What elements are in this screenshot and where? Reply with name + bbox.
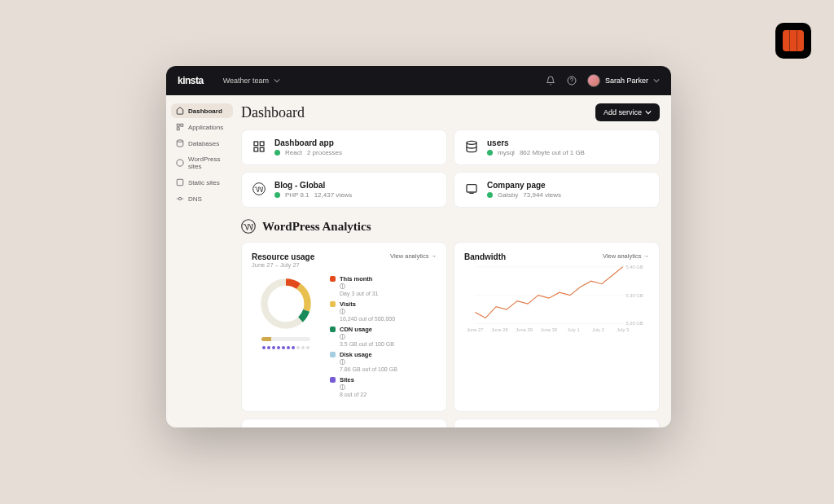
svg-text:5.40 GB: 5.40 GB	[626, 265, 643, 270]
resource-usage-card: Resource usage June 27 – July 27 View an…	[241, 242, 447, 412]
svg-text:July 2: July 2	[592, 327, 604, 332]
topbar: kinsta Weather team Sarah Parker	[166, 66, 671, 95]
page-title: Dashboard	[241, 104, 305, 121]
sidebar-item-dashboard[interactable]: Dashboard	[171, 103, 233, 118]
svg-text:July 3: July 3	[617, 327, 629, 332]
service-card-dashboard-app[interactable]: Dashboard app React2 processes	[241, 129, 447, 165]
wordpress-icon	[176, 159, 184, 167]
svg-text:June 27: June 27	[467, 327, 483, 332]
apps-icon	[176, 123, 184, 131]
add-button-label: Add service	[604, 108, 642, 116]
chevron-down-icon	[274, 77, 280, 84]
svg-point-12	[467, 141, 476, 144]
nav-label: WordPress sites	[188, 156, 228, 170]
avatar	[587, 74, 600, 87]
team-name: Weather team	[223, 77, 269, 85]
service-card-blog[interactable]: Blog - Global PHP 8.112,437 views	[241, 172, 447, 208]
mini-progress-bar	[261, 337, 310, 341]
card-title: Dashboard app	[274, 138, 437, 147]
sidebar: Dashboard Applications Databases WordPre…	[166, 95, 238, 427]
donut-chart	[257, 275, 314, 332]
card-title: users	[487, 138, 649, 147]
card-meta: 2 processes	[307, 149, 342, 156]
main-content: Dashboard Add service Dashboard app Reac…	[238, 95, 671, 427]
card-meta: 862 Mbyte out of 1 GB	[520, 149, 585, 156]
svg-rect-6	[177, 179, 183, 186]
legend-item: Sites ⓘ8 out of 22	[330, 376, 437, 397]
nav-label: Static sites	[188, 179, 220, 186]
notifications-icon[interactable]	[545, 75, 556, 86]
svg-rect-8	[254, 142, 258, 146]
svg-rect-3	[177, 128, 179, 130]
pagination-dots[interactable]	[262, 346, 309, 349]
legend-swatch	[330, 352, 336, 357]
status-dot	[487, 192, 493, 198]
bandwidth-chart: 5.20 GB5.30 GB5.40 GBJune 27June 28June …	[464, 263, 649, 333]
legend-swatch	[330, 327, 336, 332]
svg-rect-11	[260, 147, 264, 151]
card-meta: 12,437 views	[314, 191, 353, 199]
badge-bars-icon	[783, 30, 804, 51]
card-tech: React	[285, 149, 302, 156]
svg-text:June 28: June 28	[491, 327, 507, 332]
status-dot	[274, 150, 280, 156]
legend-swatch	[330, 301, 336, 307]
external-badge	[775, 23, 811, 59]
database-icon	[176, 139, 184, 147]
svg-rect-10	[254, 147, 258, 151]
date-range: June 27 – July 27	[252, 261, 314, 269]
card-tech: Gatsby	[498, 191, 518, 199]
sidebar-item-databases[interactable]: Databases	[171, 136, 233, 151]
nav-label: Dashboard	[188, 107, 222, 115]
team-switcher[interactable]: Weather team	[223, 77, 280, 85]
legend-item: Disk usage ⓘ7.86 GB out of 100 GB	[330, 351, 437, 372]
static-icon	[176, 178, 184, 186]
legend-swatch	[330, 276, 336, 282]
card-title: Blog - Global	[274, 181, 437, 190]
nav-label: Databases	[188, 140, 219, 147]
service-card-users[interactable]: users mysql862 Mbyte out of 1 GB	[454, 129, 660, 165]
svg-text:June 30: June 30	[541, 327, 557, 332]
home-icon	[176, 107, 184, 115]
card-tech: PHP 8.1	[285, 191, 309, 199]
svg-point-4	[177, 140, 183, 142]
help-icon[interactable]	[566, 75, 577, 86]
visits-card: Visits View analytics → 18,50022,100	[241, 419, 447, 427]
cdn-card: CDN usage View analytics → 3.00 GB4.00 G…	[454, 419, 660, 427]
sidebar-item-static[interactable]: Static sites	[171, 175, 233, 190]
svg-rect-14	[467, 185, 476, 192]
wordpress-icon	[241, 219, 256, 234]
svg-text:June 29: June 29	[516, 327, 533, 332]
legend-item: Visits ⓘ16,240 out of 500,000	[330, 300, 437, 322]
svg-text:5.20 GB: 5.20 GB	[626, 321, 643, 326]
bandwidth-card: Bandwidth View analytics → 5.20 GB5.30 G…	[454, 242, 660, 412]
legend-item: This month ⓘDay 3 out of 31	[330, 275, 437, 296]
sidebar-item-applications[interactable]: Applications	[171, 120, 233, 134]
service-card-company-page[interactable]: Company page Gatsby73,944 views	[454, 172, 660, 208]
user-menu[interactable]: Sarah Parker	[587, 74, 660, 87]
svg-point-7	[178, 197, 181, 199]
app-window: kinsta Weather team Sarah Parker Dashboa…	[166, 66, 671, 427]
card-tech: mysql	[498, 149, 515, 156]
card-title: Bandwidth	[464, 252, 506, 261]
status-dot	[274, 192, 280, 198]
app-icon	[252, 139, 266, 154]
svg-text:5.30 GB: 5.30 GB	[626, 293, 643, 298]
svg-rect-2	[181, 124, 183, 126]
svg-rect-1	[177, 124, 179, 126]
view-analytics-link[interactable]: View analytics →	[390, 252, 437, 260]
add-service-button[interactable]: Add service	[595, 103, 660, 121]
legend-item: CDN usage ⓘ3.5 GB out of 100 GB	[330, 326, 437, 347]
svg-text:July 1: July 1	[568, 327, 580, 332]
sidebar-item-wordpress[interactable]: WordPress sites	[171, 152, 233, 173]
svg-point-5	[177, 160, 183, 166]
nav-label: DNS	[188, 195, 202, 203]
status-dot	[487, 150, 493, 156]
database-icon	[464, 139, 479, 154]
sidebar-item-dns[interactable]: DNS	[171, 191, 233, 206]
legend-swatch	[330, 377, 336, 383]
dns-icon	[176, 195, 184, 203]
resource-legend: This month ⓘDay 3 out of 31Visits ⓘ16,24…	[330, 275, 437, 401]
view-analytics-link[interactable]: View analytics →	[603, 252, 649, 260]
analytics-section-head: WordPress Analytics	[241, 219, 660, 234]
